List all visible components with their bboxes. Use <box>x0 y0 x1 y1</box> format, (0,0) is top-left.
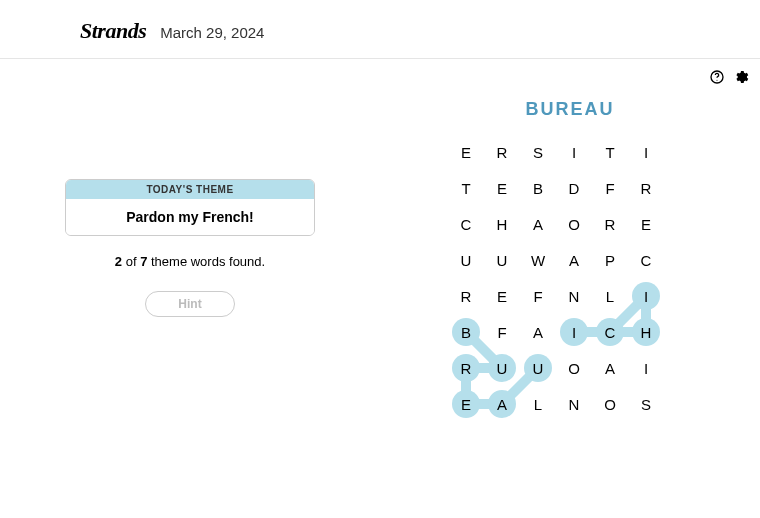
grid-cell[interactable]: I <box>632 138 660 166</box>
grid-cell[interactable]: F <box>524 282 552 310</box>
theme-box: TODAY'S THEME Pardon my French! <box>65 179 315 236</box>
grid-cell[interactable]: H <box>632 318 660 346</box>
grid-cell[interactable]: N <box>560 282 588 310</box>
grid-cell[interactable]: A <box>524 210 552 238</box>
grid-cell[interactable]: O <box>560 354 588 382</box>
main: TODAY'S THEME Pardon my French! 2 of 7 t… <box>0 59 760 454</box>
grid-cell[interactable]: B <box>524 174 552 202</box>
grid-cell[interactable]: U <box>488 246 516 274</box>
grid-cell[interactable]: B <box>452 318 480 346</box>
header-date: March 29, 2024 <box>160 24 264 41</box>
grid-cell[interactable]: R <box>596 210 624 238</box>
grid-cell[interactable]: S <box>524 138 552 166</box>
svg-point-1 <box>716 80 717 81</box>
header: Strands March 29, 2024 <box>0 0 760 59</box>
grid-cell[interactable]: U <box>488 354 516 382</box>
left-panel: TODAY'S THEME Pardon my French! 2 of 7 t… <box>0 99 380 454</box>
grid-cell[interactable]: P <box>596 246 624 274</box>
help-icon[interactable] <box>708 68 726 86</box>
grid-cell[interactable]: A <box>560 246 588 274</box>
grid-cell[interactable]: I <box>632 354 660 382</box>
grid-cell[interactable]: T <box>452 174 480 202</box>
grid-cell[interactable]: N <box>560 390 588 418</box>
grid-cell[interactable]: R <box>452 354 480 382</box>
found-count: 2 <box>115 254 122 269</box>
grid-cell[interactable]: R <box>632 174 660 202</box>
progress-text: 2 of 7 theme words found. <box>115 254 265 269</box>
grid-cell[interactable]: A <box>596 354 624 382</box>
grid-cell[interactable]: T <box>596 138 624 166</box>
grid-cell[interactable]: E <box>488 174 516 202</box>
grid-cell[interactable]: E <box>488 282 516 310</box>
app-title: Strands <box>80 18 146 44</box>
found-word: BUREAU <box>525 99 614 120</box>
toolbar <box>708 60 750 94</box>
grid-cell[interactable]: I <box>632 282 660 310</box>
grid-cell[interactable]: R <box>488 138 516 166</box>
grid-cell[interactable]: H <box>488 210 516 238</box>
right-panel: BUREAU ERSITITEBDFRCHAOREUUWAPCREFNLIBFA… <box>380 99 760 454</box>
hint-button[interactable]: Hint <box>145 291 235 317</box>
grid-cell[interactable]: I <box>560 318 588 346</box>
grid-cell[interactable]: A <box>524 318 552 346</box>
grid-cell[interactable]: F <box>596 174 624 202</box>
grid-cell[interactable]: O <box>560 210 588 238</box>
grid-cell[interactable]: R <box>452 282 480 310</box>
grid-cell[interactable]: F <box>488 318 516 346</box>
settings-icon[interactable] <box>732 68 750 86</box>
grid-cell[interactable]: L <box>596 282 624 310</box>
grid-cell[interactable]: E <box>632 210 660 238</box>
theme-label: TODAY'S THEME <box>66 180 314 199</box>
grid-cell[interactable]: U <box>452 246 480 274</box>
grid-cell[interactable]: E <box>452 390 480 418</box>
grid-cell[interactable]: O <box>596 390 624 418</box>
theme-text: Pardon my French! <box>66 199 314 235</box>
grid-cell[interactable]: L <box>524 390 552 418</box>
grid-cell[interactable]: C <box>632 246 660 274</box>
grid-cell[interactable]: E <box>452 138 480 166</box>
grid-cell[interactable]: I <box>560 138 588 166</box>
grid-cell[interactable]: C <box>452 210 480 238</box>
grid-cell[interactable]: U <box>524 354 552 382</box>
letter-grid[interactable]: ERSITITEBDFRCHAOREUUWAPCREFNLIBFAICHRUUO… <box>448 138 692 454</box>
grid-cell[interactable]: C <box>596 318 624 346</box>
grid-cell[interactable]: A <box>488 390 516 418</box>
grid-cell[interactable]: W <box>524 246 552 274</box>
grid-cell[interactable]: S <box>632 390 660 418</box>
grid-cell[interactable]: D <box>560 174 588 202</box>
